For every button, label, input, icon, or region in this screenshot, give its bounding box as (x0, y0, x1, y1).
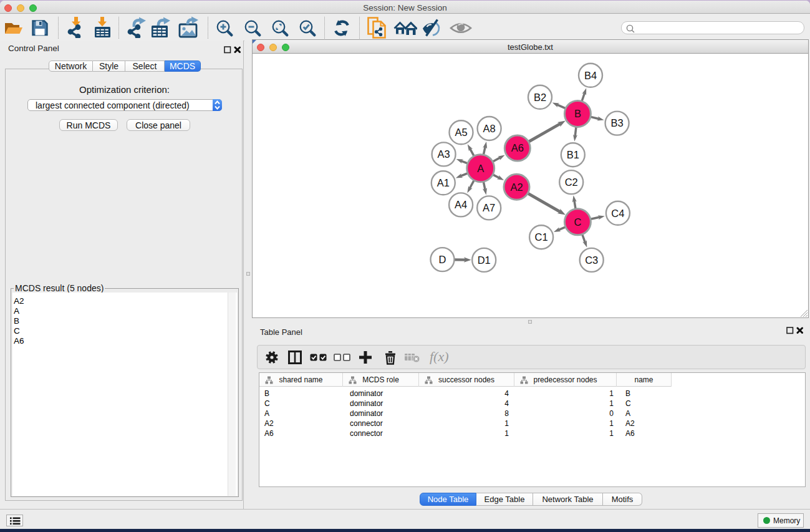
svg-text:A4: A4 (455, 199, 467, 210)
svg-text:B2: B2 (534, 92, 546, 103)
svg-text:C3: C3 (585, 254, 598, 266)
svg-text:B1: B1 (567, 149, 579, 160)
svg-text:A6: A6 (511, 142, 524, 153)
svg-text:C1: C1 (535, 231, 548, 243)
svg-text:D1: D1 (478, 254, 491, 266)
svg-text:B: B (574, 108, 581, 119)
svg-text:A3: A3 (438, 148, 450, 160)
svg-text:A: A (477, 163, 484, 174)
svg-text:A8: A8 (483, 123, 496, 134)
svg-text:A2: A2 (510, 181, 523, 193)
svg-text:D: D (439, 254, 446, 265)
svg-text:A7: A7 (483, 202, 495, 213)
svg-text:B4: B4 (584, 70, 597, 81)
svg-text:A5: A5 (455, 127, 467, 138)
svg-text:C2: C2 (565, 177, 578, 188)
svg-text:C: C (574, 216, 581, 228)
svg-text:A1: A1 (437, 177, 450, 188)
svg-text:C4: C4 (611, 208, 624, 219)
svg-text:B3: B3 (611, 117, 624, 128)
